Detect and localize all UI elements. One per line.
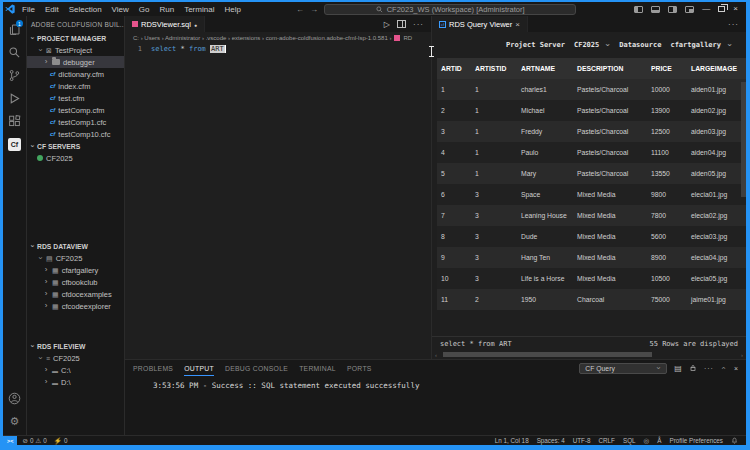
close-button[interactable]: [733, 5, 738, 13]
table-row[interactable]: 9 3 Hang Ten Mixed Media 8900 elecia04.j…: [437, 247, 746, 268]
column-header[interactable]: DESCRIPTION: [573, 58, 647, 79]
settings-gear-icon[interactable]: [3, 410, 26, 433]
more-actions-icon[interactable]: [413, 20, 424, 29]
more-actions-icon[interactable]: [704, 365, 714, 372]
scroll-left-icon[interactable]: ‹: [435, 352, 437, 358]
menu-item[interactable]: Run: [154, 5, 179, 14]
menu-item[interactable]: Terminal: [179, 5, 219, 14]
tree-item-fileview-server[interactable]: CF2025: [27, 352, 124, 364]
vertical-scrollbar[interactable]: [741, 82, 746, 197]
tree-item-file[interactable]: cf index.cfm: [27, 80, 124, 92]
table-row[interactable]: 7 3 Leaning House Mixed Media 7800 eleci…: [437, 205, 746, 226]
eol-sequence[interactable]: CRLF: [599, 437, 615, 444]
panel-tab[interactable]: PORTS: [347, 360, 372, 376]
code-editor[interactable]: 1 select * from ART: [125, 43, 431, 359]
indentation[interactable]: Spaces: 4: [537, 437, 565, 444]
back-arrow-icon[interactable]: ←: [296, 5, 304, 14]
tree-item-file[interactable]: cf testComp10.cfc: [27, 128, 124, 140]
language-mode[interactable]: SQL: [623, 437, 636, 444]
split-editor-icon[interactable]: [397, 20, 406, 28]
tree-item-file[interactable]: cf test.cfm: [27, 92, 124, 104]
column-header[interactable]: ARTNAME: [517, 58, 573, 79]
panel-tab[interactable]: OUTPUT: [184, 360, 214, 376]
column-header[interactable]: ARTID: [437, 58, 471, 79]
section-rds-dataview[interactable]: RDS DATAVIEW: [27, 240, 124, 252]
account-icon[interactable]: [3, 387, 26, 410]
minimize-button[interactable]: [702, 5, 710, 13]
problems-status[interactable]: 0 0: [22, 437, 46, 445]
tree-item-dataview-server[interactable]: CF2025: [27, 252, 124, 264]
scrollbar-thumb[interactable]: [443, 352, 652, 357]
tree-item-file[interactable]: cf testComp1.cfc: [27, 116, 124, 128]
section-project-manager[interactable]: PROJECT MANAGER: [27, 32, 124, 44]
table-row[interactable]: 3 1 Freddy Pastels/Charcoal 12500 aiden0…: [437, 121, 746, 142]
lsp-status[interactable]: Å: [657, 437, 661, 444]
command-center-search[interactable]: CF2023_WS (Workspace) [Administrator]: [324, 4, 576, 15]
menu-item[interactable]: Edit: [40, 5, 64, 14]
restore-button[interactable]: [718, 6, 725, 12]
forward-arrow-icon[interactable]: →: [310, 5, 318, 14]
toggle-secondary-sidebar-icon[interactable]: [668, 6, 677, 13]
panel-tab[interactable]: TERMINAL: [299, 360, 336, 376]
menu-item[interactable]: File: [17, 5, 40, 14]
tab-rds-query-viewer[interactable]: cf RDS Query Viewer: [432, 16, 528, 32]
column-header[interactable]: PRICE: [647, 58, 687, 79]
menu-item[interactable]: Selection: [64, 5, 107, 14]
table-row[interactable]: 4 1 Paulo Pastels/Charcoal 11100 aiden04…: [437, 142, 746, 163]
close-panel-icon[interactable]: [734, 365, 738, 372]
profile-preferences[interactable]: Profile Preferences: [669, 437, 723, 444]
panel-tab[interactable]: DEBUG CONSOLE: [225, 360, 288, 376]
dirty-dot-icon[interactable]: [194, 20, 197, 29]
table-row[interactable]: 10 3 Life is a Horse Mixed Media 10500 e…: [437, 268, 746, 289]
more-actions-icon[interactable]: [728, 20, 739, 29]
datasource-select[interactable]: cfartgallery: [670, 41, 732, 49]
tree-item-file[interactable]: cf dictionary.cfm: [27, 68, 124, 80]
cursor-position[interactable]: Ln 1, Col 18: [495, 437, 529, 444]
server-select[interactable]: CF2025: [574, 41, 610, 49]
menu-item[interactable]: Help: [219, 5, 245, 14]
tree-item-project[interactable]: TestProject: [27, 44, 124, 56]
tree-item-datasource[interactable]: cfbookclub: [27, 276, 124, 288]
toggle-sidebar-icon[interactable]: [634, 6, 643, 13]
run-debug-icon[interactable]: [3, 87, 26, 110]
run-icon[interactable]: [384, 20, 390, 29]
explorer-icon[interactable]: 1: [3, 18, 26, 41]
table-row[interactable]: 1 1 charles1 Pastels/Charcoal 10000 aide…: [437, 79, 746, 100]
column-header[interactable]: LARGEIMAGE: [687, 58, 746, 79]
table-row[interactable]: 8 3 Dude Mixed Media 5600 elecia03.jpg 2: [437, 226, 746, 247]
scroll-right-icon[interactable]: ›: [741, 352, 743, 358]
horizontal-scrollbar[interactable]: ‹ ›: [432, 350, 746, 359]
breadcrumb[interactable]: C: › Users › Administrator › .vscode › e…: [125, 32, 431, 43]
source-control-icon[interactable]: [3, 64, 26, 87]
lock-scroll-icon[interactable]: [689, 364, 697, 372]
menu-item[interactable]: View: [107, 5, 134, 14]
table-row[interactable]: 2 1 Michael Pastels/Charcoal 13900 aiden…: [437, 100, 746, 121]
code-line-1[interactable]: 1 select * from ART: [125, 43, 431, 54]
table-row[interactable]: 5 1 Mary Pastels/Charcoal 13550 aiden05.…: [437, 163, 746, 184]
output-channel-select[interactable]: CF Query: [579, 363, 667, 374]
column-header[interactable]: ARTISTID: [471, 58, 517, 79]
tree-item-datasource[interactable]: cfcodeexplorer: [27, 300, 124, 312]
encoding[interactable]: UTF-8: [573, 437, 591, 444]
maximize-panel-icon[interactable]: [721, 365, 727, 371]
tree-item-drive[interactable]: C:\: [27, 364, 124, 376]
tree-item-debugger-folder[interactable]: debugger: [27, 56, 124, 68]
section-rds-fileview[interactable]: RDS FILEVIEW: [27, 340, 124, 352]
extensions-icon[interactable]: [3, 110, 26, 133]
tab-rdsviewer-sql[interactable]: RDSViewer.sql: [125, 16, 205, 32]
tree-item-file[interactable]: cf testComp.cfm: [27, 104, 124, 116]
menu-item[interactable]: Go: [134, 5, 155, 14]
language-status-icon[interactable]: [644, 437, 650, 445]
tree-item-cf-server[interactable]: CF2025: [27, 152, 124, 164]
clear-output-icon[interactable]: [674, 364, 682, 373]
toggle-panel-icon[interactable]: [651, 6, 660, 13]
tree-item-datasource[interactable]: cfdocexamples: [27, 288, 124, 300]
remote-indicator[interactable]: ><: [3, 436, 17, 445]
section-cf-servers[interactable]: CF SERVERS: [27, 140, 124, 152]
tree-item-drive[interactable]: D:\: [27, 376, 124, 388]
coldfusion-view-icon[interactable]: Cf: [3, 133, 26, 156]
output-console[interactable]: 3:53:56 PM - Success :: SQL statement ex…: [125, 376, 746, 435]
panel-tab[interactable]: PROBLEMS: [133, 360, 173, 376]
customize-layout-icon[interactable]: [685, 6, 694, 13]
close-tab-icon[interactable]: [515, 20, 520, 29]
